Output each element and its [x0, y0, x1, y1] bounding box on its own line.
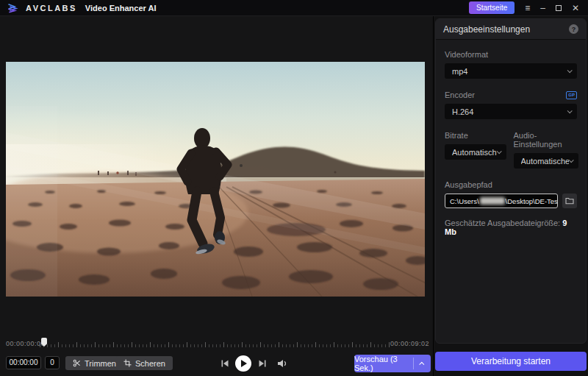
preview-expand-toggle[interactable] — [414, 355, 431, 372]
panel-body: Videoformat mp4 Encoder GP H.264 — [436, 40, 586, 244]
preview-button[interactable]: Vorschau (3 Sek.) — [354, 355, 431, 372]
crop-icon — [123, 359, 132, 367]
redacted-username — [480, 197, 505, 205]
page-title: Video Enhancer AI — [85, 4, 157, 13]
browse-folder-button[interactable] — [562, 194, 577, 208]
audio-settings-select[interactable]: Automatische Aus — [514, 153, 578, 169]
help-icon[interactable]: ? — [569, 24, 578, 34]
home-button[interactable]: Startseite — [469, 1, 514, 14]
audio-settings-label: Audio-Einstellungen — [514, 131, 578, 149]
brand-group: AVCLABS Video Enhancer AI — [0, 3, 156, 13]
videoformat-label: Videoformat — [445, 50, 577, 59]
chevron-down-icon — [568, 157, 573, 163]
encoder-label: Encoder — [445, 91, 475, 99]
playhead-marker[interactable] — [41, 338, 47, 347]
avclabs-logo-icon — [7, 3, 21, 13]
folder-icon — [565, 197, 574, 205]
trim-button[interactable]: Trimmen — [65, 356, 123, 370]
output-path-suffix: \Desktop\DE-Test-\ — [506, 197, 558, 205]
chevron-down-icon — [567, 68, 573, 73]
maximize-icon[interactable] — [556, 5, 562, 11]
estimated-size-label: Geschätzte Ausgabedateigröße: — [445, 219, 560, 227]
estimated-size: Geschätzte Ausgabedateigröße:9 Mb — [445, 219, 577, 236]
current-time-field[interactable]: 00:00:00 — [6, 356, 41, 369]
play-icon — [241, 360, 247, 367]
preview-button-label[interactable]: Vorschau (3 Sek.) — [354, 355, 413, 372]
bitrate-select[interactable]: Automatisch — [445, 144, 506, 160]
chevron-up-icon — [419, 361, 424, 366]
gpu-icon[interactable]: GP — [566, 91, 577, 99]
brand-wordmark: AVCLABS — [26, 4, 77, 13]
titlebar-controls: Startseite ≡ – ✕ — [469, 1, 588, 14]
bitrate-value: Automatisch — [452, 148, 497, 157]
timeline: 00:00:00:00 00:00:09:02 — [0, 337, 434, 350]
timeline-ruler[interactable] — [40, 338, 392, 347]
crop-button-label: Scheren — [135, 359, 165, 368]
playback-toolbar: 00:00:00 0 Trimmen Scheren — [0, 354, 434, 373]
output-settings-sidebar: Ausgabeeinstellungen ? Videoformat mp4 E… — [434, 16, 588, 376]
play-button[interactable] — [235, 355, 251, 372]
video-preview[interactable] — [6, 62, 425, 297]
panel-title: Ausgabeeinstellungen — [443, 24, 530, 35]
beach-scene-image — [6, 62, 425, 297]
titlebar: AVCLABS Video Enhancer AI Startseite ≡ –… — [0, 0, 588, 16]
preview-panel: 00:00:00:00 00:00:09:02 00:00:00 0 Trimm… — [0, 16, 434, 376]
scissors-icon — [73, 359, 81, 367]
close-icon[interactable]: ✕ — [572, 4, 579, 13]
encoder-select[interactable]: H.264 — [445, 104, 577, 119]
timeline-end-timecode: 00:00:09:02 — [390, 340, 429, 347]
frame-step-field[interactable]: 0 — [45, 356, 60, 369]
volume-icon[interactable] — [277, 359, 287, 368]
output-path-field[interactable]: C:\Users\ \Desktop\DE-Test-\ — [445, 194, 558, 208]
chevron-down-icon — [496, 149, 501, 154]
audio-settings-value: Automatische Aus — [521, 157, 569, 166]
menu-icon[interactable]: ≡ — [525, 4, 530, 13]
videoformat-select[interactable]: mp4 — [445, 63, 577, 79]
start-processing-button[interactable]: Verarbeitung starten — [435, 352, 587, 371]
output-settings-panel: Ausgabeeinstellungen ? Videoformat mp4 E… — [435, 18, 587, 344]
chevron-down-icon — [567, 108, 573, 113]
output-path-label: Ausgabepfad — [445, 180, 577, 189]
output-path-prefix: C:\Users\ — [450, 197, 479, 205]
minimize-icon[interactable]: – — [540, 4, 545, 13]
crop-button[interactable]: Scheren — [116, 356, 173, 370]
trim-button-label: Trimmen — [85, 359, 116, 368]
videoformat-value: mp4 — [452, 67, 567, 76]
next-frame-icon[interactable] — [258, 359, 267, 368]
panel-header: Ausgabeeinstellungen ? — [436, 19, 586, 40]
previous-frame-icon[interactable] — [220, 359, 229, 368]
encoder-value: H.264 — [452, 107, 567, 116]
bitrate-label: Bitrate — [445, 131, 506, 140]
app-window: AVCLABS Video Enhancer AI Startseite ≡ –… — [0, 0, 588, 376]
